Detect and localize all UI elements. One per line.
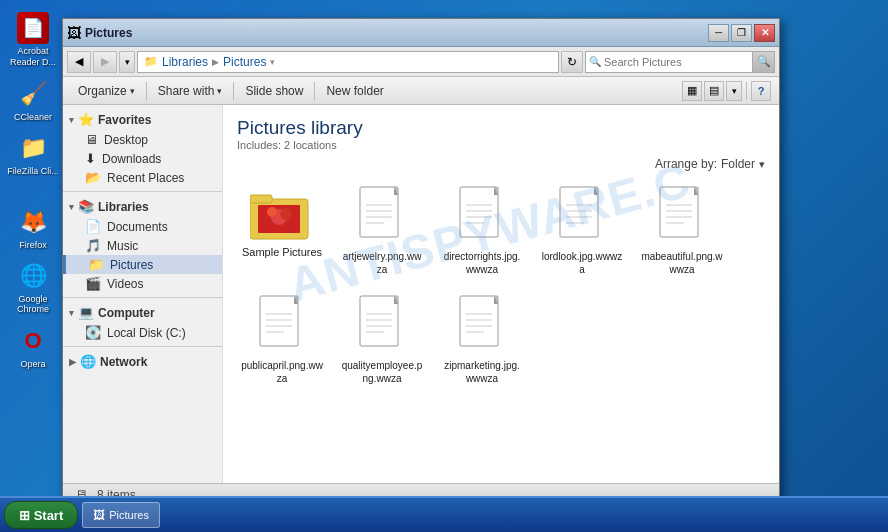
- desktop-icon-filezilla[interactable]: 📁 FileZilla Cli...: [5, 130, 61, 178]
- sidebar-item-documents[interactable]: 📄 Documents: [63, 217, 222, 236]
- desktop-icon-firefox[interactable]: 🦊 Firefox: [5, 204, 61, 252]
- sidebar-item-desktop[interactable]: 🖥 Desktop: [63, 130, 222, 149]
- file-item-directorrights[interactable]: directorrights.jpg.wwwza: [437, 181, 527, 280]
- music-icon: 🎵: [85, 238, 101, 253]
- view-dropdown-button[interactable]: ▾: [726, 81, 742, 101]
- artjewelry-icon: [356, 185, 408, 246]
- desktop-icon-chrome[interactable]: 🌐 Google Chrome: [5, 258, 61, 318]
- libraries-header[interactable]: ▾ 📚 Libraries: [63, 196, 222, 217]
- back-button[interactable]: ◀: [67, 51, 91, 73]
- qualityemployee-icon: [356, 294, 408, 355]
- taskbar: ⊞ Start 🖼 Pictures: [0, 496, 888, 532]
- zipmarketing-icon: [456, 294, 508, 355]
- view-button-2[interactable]: ▤: [704, 81, 724, 101]
- toolbar-right: ▦ ▤ ▾ ?: [682, 81, 771, 101]
- network-section: ▶ 🌐 Network: [63, 351, 222, 372]
- chrome-label: Google Chrome: [7, 294, 59, 316]
- arrange-dropdown-button[interactable]: ▾: [759, 158, 765, 171]
- start-label: Start: [34, 508, 64, 523]
- favorites-header[interactable]: ▾ ⭐ Favorites: [63, 109, 222, 130]
- taskbar-pictures-label: Pictures: [109, 509, 149, 521]
- computer-header[interactable]: ▾ 💻 Computer: [63, 302, 222, 323]
- sidebar-item-downloads[interactable]: ⬇ Downloads: [63, 149, 222, 168]
- network-header[interactable]: ▶ 🌐 Network: [63, 351, 222, 372]
- share-arrow-icon: ▾: [217, 86, 222, 96]
- libraries-label: Libraries: [98, 200, 149, 214]
- sidebar-item-music[interactable]: 🎵 Music: [63, 236, 222, 255]
- svg-point-4: [267, 207, 277, 217]
- help-button[interactable]: ?: [751, 81, 771, 101]
- minimize-button[interactable]: ─: [708, 24, 729, 42]
- svg-rect-34: [260, 296, 298, 346]
- directorrights-label: directorrights.jpg.wwwza: [441, 250, 523, 276]
- mabeautiful-label: mabeautiful.png.wwwza: [641, 250, 723, 276]
- share-with-button[interactable]: Share with ▾: [151, 81, 230, 101]
- slideshow-button[interactable]: Slide show: [238, 81, 310, 101]
- firefox-icon: 🦊: [17, 206, 49, 238]
- sidebar-item-recent[interactable]: 📂 Recent Places: [63, 168, 222, 187]
- restore-button[interactable]: ❐: [731, 24, 752, 42]
- recent-places-label: Recent Places: [107, 171, 184, 185]
- music-label: Music: [107, 239, 138, 253]
- taskbar-item-pictures[interactable]: 🖼 Pictures: [82, 502, 160, 528]
- search-input[interactable]: [604, 56, 752, 68]
- search-submit-button[interactable]: 🔍: [752, 52, 774, 72]
- computer-label: Computer: [98, 306, 155, 320]
- svg-rect-6: [360, 187, 398, 237]
- svg-point-5: [280, 208, 292, 220]
- breadcrumb-libraries[interactable]: Libraries: [162, 55, 208, 69]
- computer-icon-sidebar: 💻: [78, 305, 94, 320]
- close-button[interactable]: ✕: [754, 24, 775, 42]
- desktop-icon-ccleaner[interactable]: 🧹 CCleaner: [5, 76, 61, 124]
- file-item-mabeautiful[interactable]: mabeautiful.png.wwwza: [637, 181, 727, 280]
- svg-rect-1: [250, 195, 272, 203]
- content-subtitle: Includes: 2 locations: [237, 139, 765, 151]
- sidebar-item-localdisk[interactable]: 💽 Local Disk (C:): [63, 323, 222, 342]
- forward-button[interactable]: ▶: [93, 51, 117, 73]
- file-item-qualityemployee[interactable]: qualityemployee.png.wwza: [337, 290, 427, 389]
- breadcrumb-pictures[interactable]: Pictures: [223, 55, 266, 69]
- main-area: ▾ ⭐ Favorites 🖥 Desktop ⬇ Downloads 📂 Re…: [63, 105, 779, 483]
- sidebar-divider3: [63, 346, 222, 347]
- sidebar-divider2: [63, 297, 222, 298]
- filezilla-icon: 📁: [17, 132, 49, 164]
- desktop-icon-acrobat[interactable]: 📄 Acrobat Reader D...: [5, 10, 61, 70]
- new-folder-button[interactable]: New folder: [319, 81, 390, 101]
- computer-section: ▾ 💻 Computer 💽 Local Disk (C:): [63, 302, 222, 342]
- content-title: Pictures library: [237, 117, 765, 139]
- start-button[interactable]: ⊞ Start: [4, 501, 78, 529]
- file-item-artjewelry[interactable]: artjewelry.png.wwza: [337, 181, 427, 280]
- title-bar: 🖼 Pictures ─ ❐ ✕: [63, 19, 779, 47]
- file-item-sample[interactable]: Sample Pictures: [237, 181, 327, 280]
- zipmarketing-label: zipmarketing.jpg.wwwza: [441, 359, 523, 385]
- recent-places-icon: 📂: [85, 170, 101, 185]
- window-title: Pictures: [85, 26, 708, 40]
- firefox-label: Firefox: [19, 240, 47, 250]
- libraries-section: ▾ 📚 Libraries 📄 Documents 🎵 Music 📁 Pict…: [63, 196, 222, 293]
- search-box[interactable]: 🔍 🔍: [585, 51, 775, 73]
- ccleaner-icon: 🧹: [17, 78, 49, 110]
- refresh-button[interactable]: ↻: [561, 51, 583, 73]
- lordlook-label: lordlook.jpg.wwwza: [541, 250, 623, 276]
- file-item-publicapril[interactable]: publicapril.png.wwza: [237, 290, 327, 389]
- publicapril-icon: [256, 294, 308, 355]
- organize-arrow-icon: ▾: [130, 86, 135, 96]
- sample-pictures-label: Sample Pictures: [242, 245, 322, 259]
- dropdown-button[interactable]: ▾: [119, 51, 135, 73]
- view-button-1[interactable]: ▦: [682, 81, 702, 101]
- file-item-zipmarketing[interactable]: zipmarketing.jpg.wwwza: [437, 290, 527, 389]
- view-sep: [746, 82, 747, 100]
- file-grid: Sample Pictures: [237, 181, 765, 389]
- breadcrumb[interactable]: 📁 Libraries ▶ Pictures ▾: [137, 51, 559, 73]
- arrange-value: Folder: [721, 157, 755, 171]
- desktop-icon-sidebar: 🖥: [85, 132, 98, 147]
- sidebar-item-pictures[interactable]: 📁 Pictures: [63, 255, 222, 274]
- sidebar-divider1: [63, 191, 222, 192]
- filezilla-label: FileZilla Cli...: [7, 166, 59, 176]
- file-item-lordlook[interactable]: lordlook.jpg.wwwza: [537, 181, 627, 280]
- breadcrumb-arrow1: ▶: [212, 57, 219, 67]
- organize-button[interactable]: Organize ▾: [71, 81, 142, 101]
- sidebar-item-videos[interactable]: 🎬 Videos: [63, 274, 222, 293]
- content-header: Pictures library Includes: 2 locations: [237, 117, 765, 151]
- desktop-icon-opera[interactable]: O Opera: [5, 323, 61, 371]
